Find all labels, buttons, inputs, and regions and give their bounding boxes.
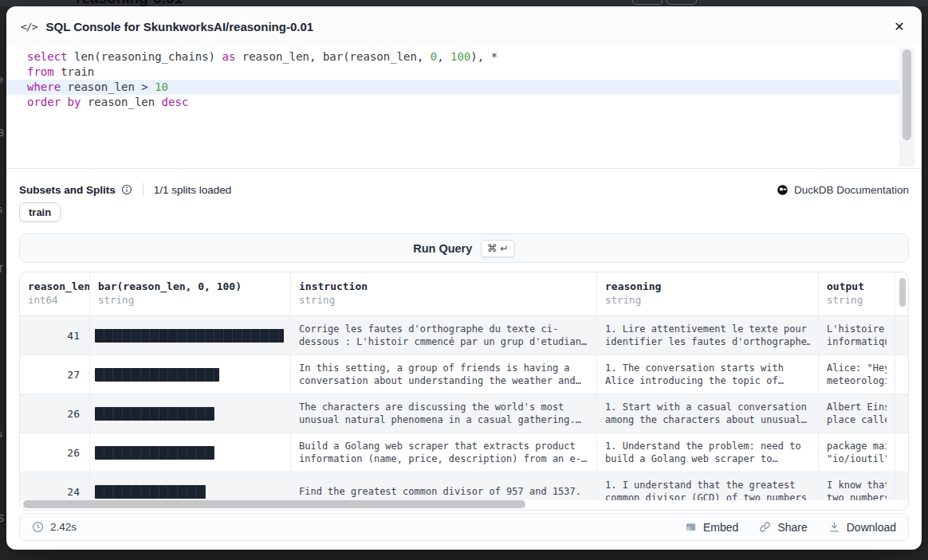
table-row: 27In this setting, a group of friends is… xyxy=(20,355,908,394)
table-scrollbar-gutter xyxy=(895,394,908,433)
duckdb-documentation-link[interactable]: DuckDB Documentation xyxy=(777,184,909,196)
column-name: instruction xyxy=(299,280,588,292)
sql-token: ), * xyxy=(470,50,497,63)
share-button[interactable]: Share xyxy=(759,521,807,534)
cell-text-line: informatique xyxy=(827,335,887,348)
cell-bar[interactable] xyxy=(90,433,291,472)
cell-text-line: among the characters about unusual… xyxy=(605,413,810,426)
table-horizontal-scrollbar-thumb[interactable] xyxy=(23,500,525,508)
sql-token: reason_len xyxy=(81,96,161,108)
cell-bar[interactable] xyxy=(90,355,291,394)
cell-text-line: unusual natural phenomena in a casual ga… xyxy=(299,413,588,426)
cell-text-line: 1. Understand the problem: need to xyxy=(605,440,810,452)
cell-text: package main"io/ioutil" " xyxy=(827,440,887,465)
cell-output[interactable]: Albert Einsteplace called xyxy=(819,394,895,433)
sql-token: 0 xyxy=(431,50,437,63)
column-header-instruction[interactable]: instructionstring xyxy=(291,272,597,315)
close-button[interactable]: ✕ xyxy=(890,17,909,36)
sql-code-line[interactable]: select len(reasoning_chains) as reason_l… xyxy=(6,49,899,65)
cell-output[interactable]: package main"io/ioutil" " xyxy=(819,433,895,472)
share-icon xyxy=(759,521,771,533)
cell-text: Alice: "Hey gmeteorologist xyxy=(827,362,887,387)
subsets-and-splits-row: Subsets and Splits 1/1 splits loaded Duc… xyxy=(19,181,909,198)
cell-instruction[interactable]: The characters are discussing the world'… xyxy=(291,394,597,433)
column-type: string xyxy=(299,294,588,306)
cell-reason-len[interactable]: 24 xyxy=(20,472,90,500)
table-header-row: reason_lenint64bar(reason_len, 0, 100)st… xyxy=(20,272,908,316)
cell-reasoning[interactable]: 1. I understand that the greatestcommon … xyxy=(597,472,819,500)
cell-bar[interactable] xyxy=(90,472,291,500)
bar-visualization xyxy=(95,368,219,382)
sql-token: from xyxy=(27,65,54,78)
background-button-outline xyxy=(667,0,697,5)
duckdb-icon xyxy=(777,184,788,196)
table-scrollbar-gutter xyxy=(895,355,908,394)
background-page-header: reasoning-0.01 xyxy=(0,0,928,6)
sql-token: as xyxy=(222,50,235,63)
cell-instruction[interactable]: Build a Golang web scraper that extracts… xyxy=(291,433,597,472)
cell-output[interactable]: L'histoire coinformatique xyxy=(819,316,895,354)
query-footer: 2.42s EmbedShareDownload xyxy=(19,513,909,541)
run-query-button[interactable]: Run Query ⌘ ↵ xyxy=(19,233,909,263)
sql-code-line[interactable]: order by reason_len desc xyxy=(6,95,899,110)
download-label: Download xyxy=(847,521,896,534)
sql-editor[interactable]: select len(reasoning_chains) as reason_l… xyxy=(6,46,922,168)
table-scrollbar-gutter xyxy=(895,316,908,354)
sql-token: 100 xyxy=(450,50,470,63)
modal-title: SQL Console for SkunkworksAI/reasoning-0… xyxy=(45,20,313,33)
cell-output[interactable]: I know that ttwo numbers i xyxy=(819,472,895,500)
cell-bar[interactable] xyxy=(90,394,291,433)
table-scrollbar-gutter xyxy=(895,472,908,500)
sql-token: , xyxy=(437,50,450,63)
info-icon[interactable] xyxy=(121,184,132,195)
embed-icon xyxy=(685,521,697,533)
divider xyxy=(143,183,144,196)
cell-reason-len[interactable]: 27 xyxy=(20,355,90,394)
cell-reason-len[interactable]: 41 xyxy=(20,316,90,354)
cell-text-line: L'histoire co xyxy=(827,323,887,335)
cell-text-line: 1. Lire attentivement le texte pour xyxy=(605,323,810,335)
editor-divider xyxy=(6,168,922,169)
cell-bar[interactable] xyxy=(90,316,291,354)
sql-code-line[interactable]: where reason_len > 10 xyxy=(6,80,899,95)
cell-text: 1. Lire attentivement le texte pourident… xyxy=(605,323,810,348)
column-type: string xyxy=(827,294,887,306)
results-table: reason_lenint64bar(reason_len, 0, 100)st… xyxy=(19,272,909,511)
cell-reasoning[interactable]: 1. Lire attentivement le texte pourident… xyxy=(597,316,819,354)
table-vertical-scrollbar-thumb[interactable] xyxy=(899,278,906,307)
split-chip-train[interactable]: train xyxy=(19,202,61,222)
column-header-reason-len[interactable]: reason_lenint64 xyxy=(20,272,90,315)
cell-reason-len[interactable]: 26 xyxy=(20,394,90,433)
cell-text: Find the greatest common divisor of 957 … xyxy=(299,485,588,498)
cell-text-line: meteorologist xyxy=(827,374,887,387)
cell-instruction[interactable]: Corrige les fautes d'orthographe du text… xyxy=(291,316,597,354)
cell-reasoning[interactable]: 1. The conversation starts withAlice int… xyxy=(597,355,819,394)
sql-token: reason_len > xyxy=(61,80,155,93)
sql-console-modal: </> SQL Console for SkunkworksAI/reasoni… xyxy=(6,6,922,550)
sql-code-line[interactable]: from train xyxy=(6,65,899,80)
sql-token: len(reasoning_chains) xyxy=(68,50,222,63)
column-header-reasoning[interactable]: reasoningstring xyxy=(597,272,819,315)
cell-text: The characters are discussing the world'… xyxy=(299,401,588,426)
cell-text-line: Alice: "Hey g xyxy=(827,362,887,374)
column-header-output[interactable]: outputstring xyxy=(819,272,895,315)
editor-scrollbar-track xyxy=(899,48,914,166)
embed-button[interactable]: Embed xyxy=(685,521,738,534)
cell-instruction[interactable]: In this setting, a group of friends is h… xyxy=(291,355,597,394)
cell-reasoning[interactable]: 1. Start with a casual conversationamong… xyxy=(597,394,819,433)
download-button[interactable]: Download xyxy=(828,521,896,534)
sql-token: order xyxy=(27,96,61,108)
background-text-fragment: e xyxy=(0,74,3,85)
cell-output[interactable]: Alice: "Hey gmeteorologist xyxy=(819,355,895,394)
column-header-bar-reason-len-0-100-[interactable]: bar(reason_len, 0, 100)string xyxy=(90,272,291,315)
sql-token xyxy=(61,96,67,108)
background-dataset-title: reasoning-0.01 xyxy=(76,0,183,6)
table-row: 26Build a Golang web scraper that extrac… xyxy=(20,433,908,472)
cell-reasoning[interactable]: 1. Understand the problem: need tobuild … xyxy=(597,433,819,472)
column-name: output xyxy=(827,280,887,292)
cell-instruction[interactable]: Find the greatest common divisor of 957 … xyxy=(291,472,597,500)
subsets-label: Subsets and Splits xyxy=(19,184,116,196)
editor-scrollbar-thumb[interactable] xyxy=(902,49,911,140)
column-name: bar(reason_len, 0, 100) xyxy=(98,280,282,292)
cell-reason-len[interactable]: 26 xyxy=(20,433,90,472)
